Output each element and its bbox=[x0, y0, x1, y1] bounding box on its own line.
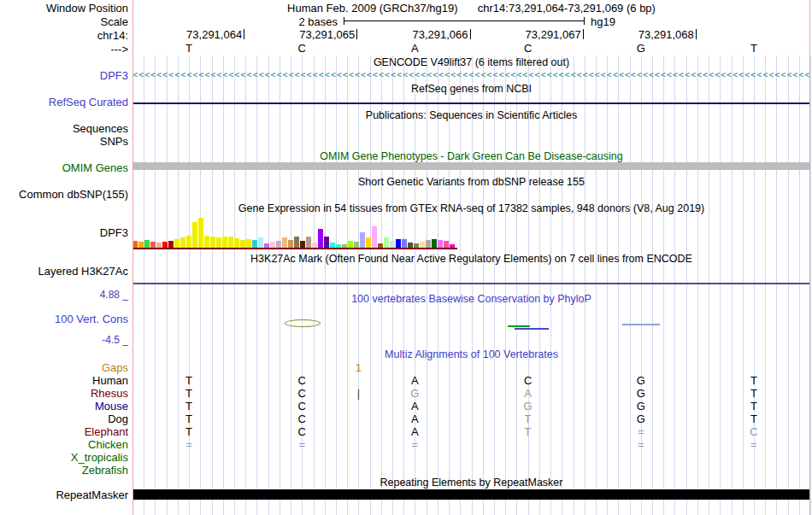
gtex-bar[interactable] bbox=[276, 241, 281, 248]
alignment-base[interactable]: C bbox=[245, 413, 358, 425]
gtex-bar[interactable] bbox=[384, 237, 389, 248]
alignment-base[interactable]: T bbox=[132, 374, 245, 387]
gtex-bar[interactable] bbox=[294, 237, 299, 248]
alignment-base[interactable]: C bbox=[697, 425, 810, 438]
alignment-base[interactable]: G bbox=[585, 413, 697, 425]
gtex-bar[interactable] bbox=[306, 237, 311, 248]
gencode-gene-intron-arrows[interactable]: <<<<<<<<<<<<<<<<<<<<<<<<<<<<<<<<<<<<<<<<… bbox=[132, 69, 810, 80]
gtex-bar[interactable] bbox=[324, 237, 329, 248]
gtex-bar[interactable] bbox=[252, 240, 257, 248]
gencode-gene-label[interactable]: DPF3 bbox=[0, 69, 128, 82]
gtex-bar[interactable] bbox=[222, 237, 227, 248]
alignment-base[interactable]: C bbox=[472, 374, 585, 387]
dbsnp-track-label[interactable]: Common dbSNP(155) bbox=[0, 188, 128, 201]
gtex-bar[interactable] bbox=[288, 240, 293, 248]
phylop-signal-blue[interactable] bbox=[515, 328, 549, 330]
alignment-base[interactable]: G bbox=[585, 387, 697, 400]
omim-track-label[interactable]: OMIM Genes bbox=[0, 161, 128, 174]
gtex-bar[interactable] bbox=[354, 242, 359, 248]
alignment-base[interactable]: T bbox=[697, 413, 810, 425]
alignment-base[interactable]: T bbox=[132, 425, 245, 438]
alignment-species-label[interactable]: Rhesus bbox=[0, 387, 128, 400]
alignment-base[interactable]: C bbox=[245, 400, 358, 413]
alignment-base[interactable]: T bbox=[472, 425, 585, 438]
gtex-bar[interactable] bbox=[240, 240, 245, 248]
alignment-base[interactable]: T bbox=[697, 400, 810, 413]
alignment-gaps-label[interactable]: Gaps bbox=[0, 361, 128, 374]
alignment-base[interactable]: = bbox=[245, 438, 358, 451]
alignment-base[interactable]: T bbox=[697, 387, 810, 400]
gtex-bar[interactable] bbox=[390, 241, 395, 248]
refseq-track-label[interactable]: RefSeq Curated bbox=[0, 96, 128, 108]
gtex-bar[interactable] bbox=[174, 239, 179, 248]
sequences-track-label[interactable]: Sequences bbox=[0, 122, 128, 135]
gtex-bar[interactable] bbox=[258, 237, 263, 248]
gtex-bar[interactable] bbox=[372, 226, 377, 248]
alignment-base[interactable]: T bbox=[132, 400, 245, 413]
alignment-base[interactable]: G bbox=[472, 400, 585, 413]
phylop-signal-lightblue[interactable] bbox=[622, 324, 660, 325]
repeatmasker-element-bar[interactable] bbox=[132, 489, 810, 500]
alignment-base[interactable]: T bbox=[697, 374, 810, 387]
gtex-bar[interactable] bbox=[180, 237, 185, 248]
alignment-base[interactable]: = bbox=[132, 438, 245, 451]
alignment-base[interactable]: = bbox=[585, 425, 697, 438]
gtex-bar[interactable] bbox=[210, 237, 215, 248]
gtex-bar[interactable] bbox=[300, 241, 305, 248]
alignment-base[interactable]: = bbox=[697, 438, 810, 451]
phylop-signal-green[interactable] bbox=[508, 325, 530, 327]
gtex-bar[interactable] bbox=[246, 239, 251, 248]
alignment-base[interactable]: G bbox=[358, 387, 471, 400]
alignment-base[interactable]: C bbox=[245, 374, 358, 387]
alignment-base[interactable]: A bbox=[358, 400, 471, 413]
gtex-bar[interactable] bbox=[366, 237, 371, 248]
alignment-species-label[interactable]: Zebrafish bbox=[0, 464, 128, 477]
phylop-signal-oval[interactable] bbox=[285, 319, 321, 327]
repeatmasker-track-label[interactable]: RepeatMasker bbox=[0, 489, 128, 501]
gtex-bar[interactable] bbox=[360, 232, 365, 248]
alignment-base[interactable]: A bbox=[472, 387, 585, 400]
gtex-bar[interactable] bbox=[270, 242, 275, 248]
gtex-bar[interactable] bbox=[162, 242, 168, 248]
gtex-bar[interactable] bbox=[444, 241, 449, 248]
gtex-bar[interactable] bbox=[144, 240, 150, 248]
gtex-bar[interactable] bbox=[234, 238, 239, 248]
gtex-bar[interactable] bbox=[138, 242, 144, 248]
alignment-base[interactable]: A bbox=[358, 413, 471, 425]
gtex-bar[interactable] bbox=[168, 241, 174, 248]
gtex-bar[interactable] bbox=[396, 239, 401, 248]
gtex-bar[interactable] bbox=[348, 241, 353, 248]
gtex-bar[interactable] bbox=[420, 242, 425, 248]
alignment-species-label[interactable]: Human bbox=[0, 374, 128, 387]
gtex-bar[interactable] bbox=[228, 237, 233, 248]
gtex-bar[interactable] bbox=[198, 218, 203, 248]
alignment-base[interactable]: T bbox=[132, 387, 245, 400]
phylop-track-label[interactable]: 100 Vert. Cons bbox=[0, 313, 128, 325]
alignment-species-label[interactable]: Chicken bbox=[0, 438, 128, 451]
snps-track-label[interactable]: SNPs bbox=[0, 135, 128, 148]
alignment-base[interactable]: C bbox=[245, 425, 358, 438]
gtex-gene-label[interactable]: DPF3 bbox=[0, 226, 128, 239]
gtex-bar[interactable] bbox=[432, 239, 437, 248]
omim-gene-bar[interactable] bbox=[132, 162, 810, 170]
alignment-species-label[interactable]: Elephant bbox=[0, 425, 128, 438]
alignment-species-label[interactable]: Mouse bbox=[0, 400, 128, 413]
gtex-bar[interactable] bbox=[402, 239, 407, 248]
gtex-bar[interactable] bbox=[150, 242, 156, 248]
alignment-base[interactable]: A bbox=[358, 374, 471, 387]
gtex-bar[interactable] bbox=[192, 222, 197, 248]
alignment-base[interactable]: C bbox=[245, 387, 358, 400]
alignment-species-label[interactable]: Dog bbox=[0, 413, 128, 425]
alignment-base[interactable]: G bbox=[585, 400, 697, 413]
alignment-species-label[interactable]: X_tropicalis bbox=[0, 451, 128, 464]
alignment-base[interactable]: G bbox=[585, 374, 697, 387]
h3k27ac-track-label[interactable]: Layered H3K27Ac bbox=[0, 265, 128, 278]
alignment-base[interactable]: = bbox=[358, 438, 471, 451]
gtex-bar[interactable] bbox=[318, 229, 323, 248]
alignment-base[interactable]: = bbox=[585, 438, 697, 451]
gtex-bar[interactable] bbox=[438, 240, 443, 248]
refseq-gene-line[interactable] bbox=[132, 102, 810, 104]
alignment-base[interactable]: T bbox=[472, 413, 585, 425]
gtex-bar[interactable] bbox=[282, 237, 287, 248]
gtex-bar[interactable] bbox=[204, 236, 209, 248]
